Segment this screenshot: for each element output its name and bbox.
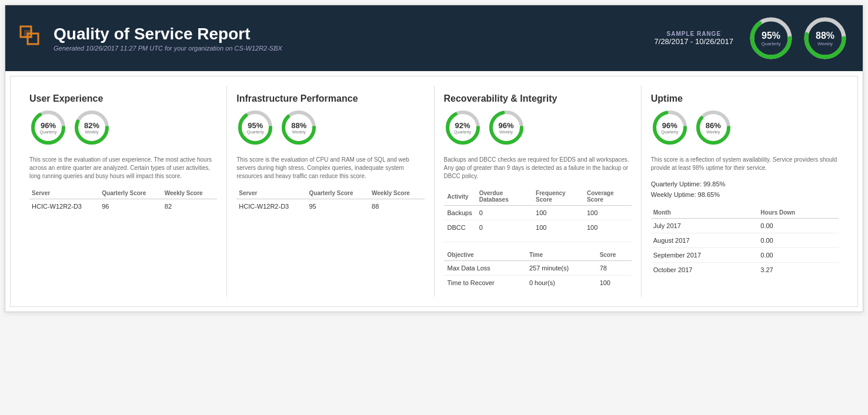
recov-score: 78 [596, 261, 632, 276]
ue-quarterly-val: 96 [99, 199, 162, 214]
uptime-hours-val: 0.00 [758, 219, 839, 233]
ue-col-quarterly: Quarterly Score [99, 188, 162, 199]
logo-icon [19, 25, 45, 51]
overall-weekly-label: Weekly [816, 41, 834, 46]
recov-obj: Max Data Loss [444, 261, 526, 276]
infra-title: Infrastructure Performance [236, 93, 424, 104]
overall-weekly-gauge: 88% Weekly [802, 15, 849, 62]
recov-col-coverage: Coverage Score [583, 188, 632, 206]
recov-quarterly-label: Quarterly [454, 130, 471, 134]
table-row: Time to Recover0 hour(s)100 [444, 276, 632, 290]
uptime-col-month: Month [651, 207, 759, 219]
recov-col-objective: Objective [444, 249, 526, 261]
uptime-quarterly-value: Quarterly Uptime: 99.85% [651, 179, 839, 190]
infra-weekly-percent: 88% [291, 121, 306, 130]
recov-coverage: 100 [583, 206, 632, 220]
recov-col-frequency: Frequency Score [532, 188, 583, 206]
recov-quarterly-percent: 92% [454, 121, 471, 130]
recov-overdue: 0 [476, 206, 532, 220]
uptime-month: October 2017 [651, 263, 759, 277]
infra-table: Server Quarterly Score Weekly Score HCIC… [236, 188, 424, 213]
svg-rect-2 [24, 30, 32, 38]
uptime-table: Month Hours Down July 20170.00August 201… [651, 207, 839, 277]
ue-weekly-val: 82 [162, 199, 217, 214]
infra-weekly-gauge: 88% Weekly [280, 109, 318, 146]
table-row: August 20170.00 [651, 233, 839, 248]
ue-quarterly-gauge: 96% Quarterly [29, 109, 67, 146]
header-gauges: 95% Quarterly 88% Weekly [747, 15, 849, 62]
recov-col-overdue: Overdue Databases [476, 188, 532, 206]
recov-overdue: 0 [476, 220, 532, 235]
table-row: Backups0100100 [444, 206, 632, 220]
recov-coverage: 100 [583, 220, 632, 235]
overall-quarterly-label: Quarterly [762, 41, 781, 46]
uptime-weekly-gauge: 86% Weekly [695, 109, 732, 146]
infra-col-server: Server [236, 188, 306, 199]
recov-time: 0 hour(s) [526, 276, 596, 290]
recov-activity: DBCC [444, 220, 476, 235]
uptime-quarterly-gauge: 96% Quarterly [651, 109, 689, 146]
uptime-hours-val: 3.27 [758, 263, 839, 277]
uptime-quarterly-label: Quarterly [661, 130, 678, 134]
section-user-experience: User Experience 96% Quarterly [20, 86, 227, 297]
table-row: July 20170.00 [651, 219, 839, 233]
ue-title: User Experience [29, 93, 217, 104]
uptime-hours-val: 0.00 [758, 248, 839, 263]
recov-quarterly-gauge: 92% Quarterly [444, 109, 482, 146]
ue-col-server: Server [29, 188, 99, 199]
table-row: HCIC-W12R2-D39682 [29, 199, 217, 214]
overall-quarterly-gauge: 95% Quarterly [747, 15, 794, 62]
ue-quarterly-label: Quarterly [40, 130, 57, 134]
sample-range-label: SAMPLE RANGE [655, 31, 733, 37]
main-content: User Experience 96% Quarterly [10, 76, 858, 307]
infra-weekly-val: 88 [369, 199, 424, 214]
uptime-quarterly-percent: 96% [661, 121, 678, 130]
recov-title: Recoverability & Integrity [444, 93, 632, 104]
recov-gauges: 92% Quarterly 96% Weekly [444, 109, 632, 146]
infra-quarterly-percent: 95% [247, 121, 264, 130]
recov-objective-table: Objective Time Score Max Data Loss257 mi… [444, 249, 632, 290]
ue-server: HCIC-W12R2-D3 [29, 199, 99, 214]
sample-range: SAMPLE RANGE 7/28/2017 - 10/26/2017 [655, 31, 733, 46]
infra-description: This score is the evaluation of CPU and … [236, 156, 424, 180]
uptime-weekly-label: Weekly [706, 130, 721, 134]
infra-quarterly-gauge: 95% Quarterly [236, 109, 274, 146]
infra-col-weekly: Weekly Score [369, 188, 424, 199]
header: Quality of Service Report Generated 10/2… [5, 5, 863, 71]
uptime-gauges: 96% Quarterly 86% Weekly [651, 109, 839, 146]
table-row: October 20173.27 [651, 263, 839, 277]
overall-weekly-percent: 88% [816, 31, 834, 41]
section-recoverability: Recoverability & Integrity 92% Quarterly [435, 86, 642, 297]
infra-quarterly-val: 95 [307, 199, 370, 214]
infra-quarterly-label: Quarterly [247, 130, 264, 134]
recov-weekly-label: Weekly [498, 130, 513, 134]
header-right: SAMPLE RANGE 7/28/2017 - 10/26/2017 95% … [655, 15, 849, 62]
uptime-month: August 2017 [651, 233, 759, 248]
recov-frequency: 100 [532, 220, 583, 235]
ue-weekly-label: Weekly [84, 130, 99, 134]
report-title: Quality of Service Report [54, 25, 282, 43]
table-row: September 20170.00 [651, 248, 839, 263]
ue-table: Server Quarterly Score Weekly Score HCIC… [29, 188, 217, 213]
section-infrastructure: Infrastructure Performance 95% Quarterly [227, 86, 434, 297]
recov-weekly-gauge: 96% Weekly [488, 109, 525, 146]
section-uptime: Uptime 96% Quarterly [642, 86, 848, 297]
infra-gauges: 95% Quarterly 88% Weekly [236, 109, 424, 146]
uptime-quarterly-text: Quarterly Uptime: 99.85% Weekly Uptime: … [651, 179, 839, 200]
ue-quarterly-percent: 96% [40, 121, 57, 130]
recov-obj: Time to Recover [444, 276, 526, 290]
recov-description: Backups and DBCC checks are required for… [444, 156, 632, 180]
infra-col-quarterly: Quarterly Score [307, 188, 370, 199]
ue-weekly-gauge: 82% Weekly [73, 109, 111, 146]
infra-server: HCIC-W12R2-D3 [236, 199, 306, 214]
uptime-description: This score is a reflection of system ava… [651, 156, 839, 172]
recov-frequency: 100 [532, 206, 583, 220]
recov-activity: Backups [444, 206, 476, 220]
infra-weekly-label: Weekly [291, 130, 306, 134]
recov-divider [444, 242, 632, 242]
recov-time: 257 minute(s) [526, 261, 596, 276]
recov-col-time: Time [526, 249, 596, 261]
ue-col-weekly: Weekly Score [162, 188, 217, 199]
table-row: Max Data Loss257 minute(s)78 [444, 261, 632, 276]
header-title-block: Quality of Service Report Generated 10/2… [54, 25, 282, 52]
